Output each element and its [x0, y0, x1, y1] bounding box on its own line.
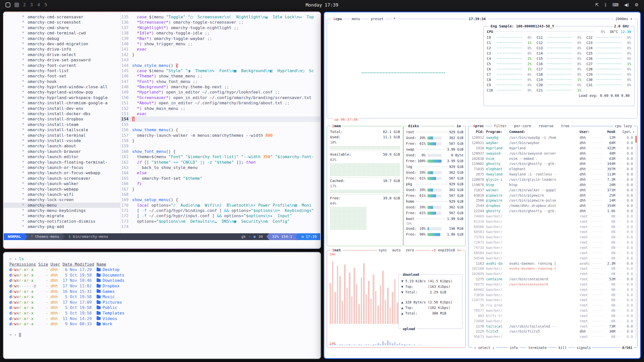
- code-line[interactable]: 173 options="$options\n⚙ Defaults\n☁ DNS…: [120, 219, 320, 224]
- proc-scrollbar-thumb[interactable]: [635, 136, 637, 143]
- proc-info-button[interactable]: info: [508, 345, 519, 350]
- process-row[interactable]: 63816pipewire/usr/bin/pipewiredhh25M0.0: [471, 193, 635, 198]
- net-auto-button[interactable]: auto: [392, 247, 401, 253]
- process-row[interactable]: 1162avahi-daavahi-daemon: running [avahi…: [471, 261, 635, 266]
- process-row[interactable]: 94540kworker/root0B0.0: [471, 255, 635, 261]
- file-item[interactable]: *omarchy-pkg-add: [4, 224, 120, 229]
- process-row[interactable]: 120878glycin-i/usr/lib/glycin-loadersdhh…: [471, 177, 635, 182]
- command-line[interactable]: [4, 240, 320, 248]
- code-line[interactable]: 158}: [120, 138, 320, 143]
- file-item[interactable]: *omarchy-install-chromium-google-a: [4, 100, 120, 106]
- proc-select-buttons[interactable]: ↑ select ↓: [472, 345, 496, 350]
- net-zero-button[interactable]: zero: [406, 247, 414, 253]
- proc-sort-mode[interactable]: cpu lazy: [614, 123, 633, 129]
- io-mode-toggle[interactable]: io: [455, 123, 462, 129]
- file-item[interactable]: *omarchy-hyprland-workspace-toggle: [4, 95, 120, 100]
- iface-next-key[interactable]: n→: [457, 248, 461, 252]
- workspace-1-app-icon-2[interactable]: [14, 3, 19, 7]
- file-item[interactable]: *omarchy-notification-dismiss: [4, 219, 120, 224]
- file-item[interactable]: *omarchy-install-vscode: [4, 138, 120, 143]
- process-row[interactable]: 119802ghostty/usr/bin/ghostty --gtk-dhh3…: [471, 161, 635, 166]
- file-item[interactable]: *omarchy-drive-select: [4, 52, 120, 57]
- process-row[interactable]: 76575kworker//usr/bin/containerdroot0B0.…: [471, 282, 635, 287]
- process-row[interactable]: 1170tailscal/usr/sbin/tailscaled --root7…: [471, 324, 635, 329]
- code-line[interactable]: 154}: [120, 116, 320, 122]
- prompt-line-2[interactable]: ~ ›: [9, 332, 320, 338]
- process-row[interactable]: 81310kworker/root0B0.0: [471, 219, 635, 224]
- code-line[interactable]: 164 else: [120, 170, 320, 175]
- volume-icon[interactable]: ◀): [624, 2, 629, 7]
- proc-box-label[interactable]: 4proc: [471, 123, 486, 129]
- net-sync-button[interactable]: sync: [379, 247, 387, 253]
- file-item[interactable]: *omarchy-hyprland-window-close-all: [4, 84, 120, 89]
- process-row[interactable]: 2075XwaylandXwayland :1 -rootless -dhh11…: [471, 172, 635, 177]
- process-row[interactable]: 68402kworker/root0B0.0: [471, 287, 635, 292]
- process-row[interactable]: 72073kworker/root0B0.0: [471, 240, 635, 245]
- file-item[interactable]: *omarchy-launch-screensaver: [4, 176, 120, 181]
- screen-share-icon[interactable]: ⇱: [595, 2, 599, 7]
- process-row[interactable]: 110775kworker/root0B0.0: [471, 297, 635, 303]
- code-line[interactable]: 167}: [120, 187, 320, 192]
- code-line[interactable]: 136 *Screensaver*) omarchy-toggle-screen…: [120, 20, 320, 25]
- process-row[interactable]: 2125fcitx5/usr/bin/fcitx5dhh30M0.0: [471, 329, 635, 334]
- code-line[interactable]: 169show_setup_menu() {: [120, 197, 320, 202]
- code-line[interactable]: 172 [ -f ~/.config/hypr/input.conf ] && …: [120, 213, 320, 218]
- code-line[interactable]: 141 esac: [120, 47, 320, 52]
- cpu-box-label[interactable]: 1cpu: [332, 16, 343, 22]
- workspace-5[interactable]: 5: [45, 2, 47, 7]
- file-item[interactable]: *omarchy-install-terminal: [4, 133, 120, 138]
- file-item[interactable]: *omarchy-migrate: [4, 213, 120, 218]
- process-row[interactable]: 102099kworker/root0B0.0: [471, 271, 635, 277]
- code-line[interactable]: 155: [120, 122, 320, 127]
- process-row[interactable]: 71837walker/usr/bin/walker --gappldhh371…: [471, 187, 635, 193]
- code-line[interactable]: 151 *About*) open_in_editor ~/.config/om…: [120, 100, 320, 106]
- code-line[interactable]: 166 fi: [120, 181, 320, 186]
- process-row[interactable]: 73703kworker/root0B0.0: [471, 235, 635, 240]
- process-row[interactable]: 2544dropbox/home/dhh/.dropbox-distdhh354…: [471, 203, 635, 208]
- file-item[interactable]: *omarchy-drive-set-password: [4, 57, 120, 63]
- code-editor[interactable]: 135 case $(menu "Toggle" "▢ Screensaver\…: [120, 12, 320, 233]
- code-line[interactable]: 146 *Theme*) show_theme_menu ;;: [120, 73, 320, 79]
- code-line[interactable]: 139 *Bar*) omarchy-toggle-waybar ;;: [120, 36, 320, 41]
- file-item[interactable]: *omarchy-launch-or-focus: [4, 165, 120, 170]
- code-line[interactable]: 168: [120, 192, 320, 197]
- keyboard-icon[interactable]: ⌨: [612, 2, 619, 7]
- file-item[interactable]: *omarchy-install-dev-env: [4, 106, 120, 111]
- code-line[interactable]: 142}: [120, 52, 320, 57]
- file-item[interactable]: *omarchy-hyprland-window-pop: [4, 89, 120, 95]
- process-table-header[interactable]: Pid: Program: Command: User: MemB Cpu% ↑: [471, 129, 635, 134]
- file-item[interactable]: *omarchy-menu-keybindings: [4, 208, 120, 213]
- btop-preset-button[interactable]: preset: [369, 16, 385, 22]
- file-item[interactable]: *omarchy-launch-wifi: [4, 192, 120, 197]
- code-line[interactable]: 148 *Background*) omarchy-theme-bg-next …: [120, 84, 320, 89]
- file-item[interactable]: *omarchy-launch-walker: [4, 181, 120, 186]
- code-line[interactable]: 159: [120, 143, 320, 149]
- file-item[interactable]: *omarchy-install-steam: [4, 122, 120, 127]
- code-line[interactable]: 135 case $(menu "Toggle" "▢ Screensaver\…: [120, 14, 320, 20]
- file-item[interactable]: *omarchy-lock-screen: [4, 197, 120, 202]
- file-item[interactable]: *omarchy-install-docker-dbs: [4, 111, 120, 116]
- code-line[interactable]: 150 *Screensaver*) open_in_editor ~/.con…: [120, 95, 320, 100]
- code-line[interactable]: 143: [120, 57, 320, 63]
- btop-star-button[interactable]: *: [392, 16, 397, 22]
- net-box-label[interactable]: 3net: [331, 247, 342, 253]
- code-line[interactable]: 165 omarchy-font-set "$theme": [120, 176, 320, 181]
- code-line[interactable]: 152 *) show_main_menu ;;: [120, 106, 320, 111]
- file-item[interactable]: *omarchy-launch-browser: [4, 149, 120, 154]
- workspace-2[interactable]: 2: [23, 2, 26, 7]
- file-item[interactable]: *omarchy-launch-floating-terminal-: [4, 160, 120, 165]
- process-row[interactable]: 16rcu_preeroot0B0.0: [471, 303, 635, 308]
- workspace-1-app-icon[interactable]: [6, 3, 10, 7]
- process-row[interactable]: 1916HyprlandHyprlanddhh422M0.0: [471, 146, 635, 151]
- process-row[interactable]: 2506pipewire/usr/bin/pipewire-pulsedhh14…: [471, 198, 635, 203]
- file-item[interactable]: *omarchy-launch-webapp: [4, 187, 120, 192]
- process-row[interactable]: 95673kworker/root0B0.0: [471, 334, 635, 339]
- btop-window[interactable]: 1cpu menu preset * 17:39:34 - 2000ms + E…: [324, 12, 641, 359]
- proc-tab-reverse[interactable]: reverse: [539, 123, 553, 129]
- process-row[interactable]: 102638nvimnvim --embed .dhh63M0.0: [471, 156, 635, 161]
- proc-kill-button[interactable]: kill: [557, 345, 568, 350]
- file-item[interactable]: *omarchy-hook: [4, 79, 120, 84]
- process-row[interactable]: 74869kworker/root0B0.0: [471, 214, 635, 219]
- file-item[interactable]: *omarchy-font-current: [4, 63, 120, 68]
- code-line[interactable]: 145 case $(menu "Style" "◑ Theme\n✎ Font…: [120, 68, 320, 73]
